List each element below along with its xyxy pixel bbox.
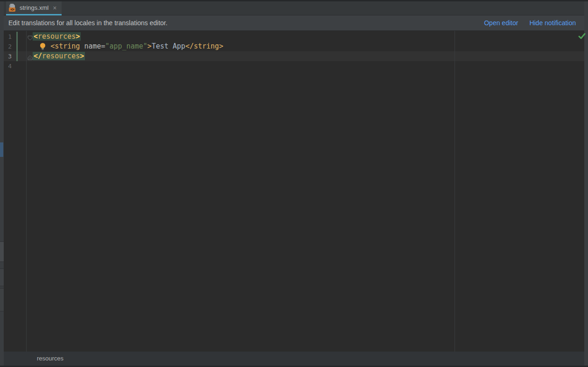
line-number: 4 [4, 61, 12, 71]
tab-label: strings.xml [20, 4, 49, 11]
code-line: 3 </resources> [4, 51, 584, 61]
fold-start-icon[interactable] [28, 34, 33, 39]
right-toolwindow-stripe [584, 1, 588, 366]
matched-tag-highlight: </resources> [33, 52, 85, 60]
inspections-ok-icon[interactable] [578, 33, 586, 40]
code-line: 2 <string name="app_name">Test App</stri… [4, 42, 584, 51]
right-margin-guide [455, 31, 455, 352]
toolwindow-indicator [0, 142, 3, 157]
breadcrumbs-bar: resources [4, 352, 584, 366]
toolwindow-stripe-button[interactable] [0, 268, 4, 286]
line-number: 1 [4, 32, 12, 42]
line-number: 3 [4, 51, 12, 61]
line-number: 2 [4, 42, 12, 51]
hide-notification-link[interactable]: Hide notification [529, 19, 576, 27]
xml-file-icon: <> [9, 4, 16, 12]
editor-lines: 1 <resources> 2 <string name="app_name">… [4, 32, 584, 71]
left-toolwindow-stripe [0, 1, 4, 366]
open-editor-link[interactable]: Open editor [484, 19, 518, 27]
fold-end-icon[interactable] [28, 54, 33, 59]
matched-tag-highlight: <resources> [33, 32, 81, 41]
translations-notification-banner: Edit translations for all locales in the… [4, 15, 584, 31]
tab-strings-xml[interactable]: <> strings.xml × [6, 1, 62, 15]
breadcrumb-item-resources[interactable]: resources [37, 352, 63, 366]
gutter-separator [26, 31, 27, 352]
close-tab-icon[interactable]: × [52, 5, 57, 11]
editor-tab-bar: <> strings.xml × [4, 1, 584, 15]
notification-message: Edit translations for all locales in the… [8, 19, 484, 27]
code-line: 1 <resources> [4, 32, 584, 42]
toolwindow-stripe-button[interactable] [0, 288, 4, 311]
code-editor[interactable]: 1 <resources> 2 <string name="app_name">… [4, 31, 584, 352]
code-line: 4 [4, 61, 584, 71]
toolwindow-stripe-button[interactable] [0, 241, 4, 262]
